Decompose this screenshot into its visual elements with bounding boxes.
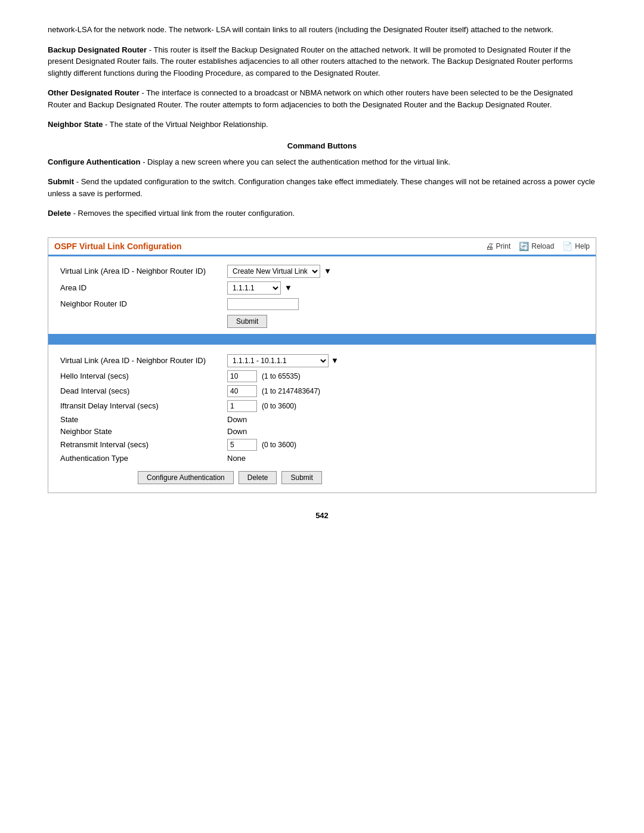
retransmit-interval-input[interactable] <box>227 439 257 451</box>
panel-header: OSPF Virtual Link Configuration 🖨 Print … <box>48 238 596 256</box>
vlink-dropdown[interactable]: 1.1.1.1 - 10.1.1.1 <box>227 354 329 367</box>
help-icon: 📄 <box>562 241 572 251</box>
neighbor-state-label: Neighbor State <box>60 427 227 436</box>
virtual-link-select[interactable]: Create New Virtual Link <box>227 265 320 278</box>
delete-button[interactable]: Delete <box>239 471 277 484</box>
blue-divider <box>48 334 596 345</box>
command-buttons-heading: Command Buttons <box>48 141 596 150</box>
dead-interval-input[interactable] <box>227 385 257 397</box>
retransmit-interval-hint: (0 to 3600) <box>262 441 296 449</box>
para3: Other Designated Router - The interface … <box>48 87 596 110</box>
print-icon: 🖨 <box>485 241 494 251</box>
reload-icon: 🔄 <box>519 241 529 251</box>
auth-type-value: None <box>227 454 246 463</box>
hello-interval-label: Hello Interval (secs) <box>60 371 227 380</box>
top-form-section: Virtual Link (Area ID - Neighbor Router … <box>48 256 596 334</box>
virtual-link-label: Virtual Link (Area ID - Neighbor Router … <box>60 267 227 275</box>
area-id-dropdown-arrow: ▼ <box>284 283 292 292</box>
para1: network-LSA for the network node. The ne… <box>48 24 596 36</box>
neighbor-router-id-row: Neighbor Router ID <box>60 298 584 310</box>
auth-type-label: Authentication Type <box>60 454 227 463</box>
virtual-link-control: Create New Virtual Link ▼ <box>227 265 332 278</box>
ospf-panel: OSPF Virtual Link Configuration 🖨 Print … <box>48 237 596 493</box>
neighbor-state-value: Down <box>227 427 247 436</box>
reload-button[interactable]: 🔄 Reload <box>519 241 554 251</box>
bottom-buttons: Configure Authentication Delete Submit <box>60 471 584 484</box>
bottom-form-section: Virtual Link (Area ID - Neighbor Router … <box>48 345 596 493</box>
hello-interval-input[interactable] <box>227 370 257 382</box>
top-submit-button[interactable]: Submit <box>227 315 267 328</box>
bottom-submit-button[interactable]: Submit <box>281 471 321 484</box>
hello-interval-hint: (1 to 65535) <box>262 372 301 380</box>
dropdown-arrow: ▼ <box>324 267 332 275</box>
auth-type-row: Authentication Type None <box>60 454 584 463</box>
panel-actions: 🖨 Print 🔄 Reload 📄 Help <box>485 241 590 251</box>
dead-interval-hint: (1 to 2147483647) <box>262 387 320 395</box>
area-id-control: 1.1.1.1 ▼ <box>227 281 292 295</box>
hello-interval-row: Hello Interval (secs) (1 to 65535) <box>60 370 584 382</box>
para2: Backup Designated Router - This router i… <box>48 44 596 79</box>
state-row: State Down <box>60 415 584 424</box>
iftransit-delay-label: Iftransit Delay Interval (secs) <box>60 401 227 410</box>
iftransit-delay-input[interactable] <box>227 400 257 412</box>
submit-desc: Submit - Send the updated configuration … <box>48 176 596 199</box>
top-submit-row: Submit <box>60 315 584 328</box>
neighbor-router-id-input[interactable] <box>227 298 299 310</box>
iftransit-delay-row: Iftransit Delay Interval (secs) (0 to 36… <box>60 400 584 412</box>
retransmit-interval-label: Retransmit Interval (secs) <box>60 440 227 449</box>
delete-desc: Delete - Removes the specified virtual l… <box>48 208 596 219</box>
neighbor-state-desc: Neighbor State - The state of the Virtua… <box>48 119 596 131</box>
panel-title: OSPF Virtual Link Configuration <box>54 241 182 251</box>
dead-interval-row: Dead Interval (secs) (1 to 2147483647) <box>60 385 584 397</box>
area-id-label: Area ID <box>60 283 227 292</box>
vlink-dropdown-arrow: ▼ <box>331 356 339 365</box>
vlink-select-label: Virtual Link (Area ID - Neighbor Router … <box>60 356 227 365</box>
area-id-row: Area ID 1.1.1.1 ▼ <box>60 281 584 295</box>
state-value: Down <box>227 415 247 424</box>
virtual-link-row: Virtual Link (Area ID - Neighbor Router … <box>60 265 584 278</box>
configure-auth-desc: Configure Authentication - Display a new… <box>48 156 596 168</box>
iftransit-delay-hint: (0 to 3600) <box>262 402 296 410</box>
print-button[interactable]: 🖨 Print <box>485 241 511 251</box>
retransmit-interval-row: Retransmit Interval (secs) (0 to 3600) <box>60 439 584 451</box>
page-number: 542 <box>48 511 596 520</box>
neighbor-state-row: Neighbor State Down <box>60 427 584 436</box>
neighbor-router-id-label: Neighbor Router ID <box>60 299 227 308</box>
help-button[interactable]: 📄 Help <box>562 241 590 251</box>
state-label: State <box>60 415 227 424</box>
area-id-select[interactable]: 1.1.1.1 <box>227 281 281 295</box>
vlink-select-row: Virtual Link (Area ID - Neighbor Router … <box>60 354 584 367</box>
configure-auth-button[interactable]: Configure Authentication <box>138 471 234 484</box>
dead-interval-label: Dead Interval (secs) <box>60 386 227 395</box>
